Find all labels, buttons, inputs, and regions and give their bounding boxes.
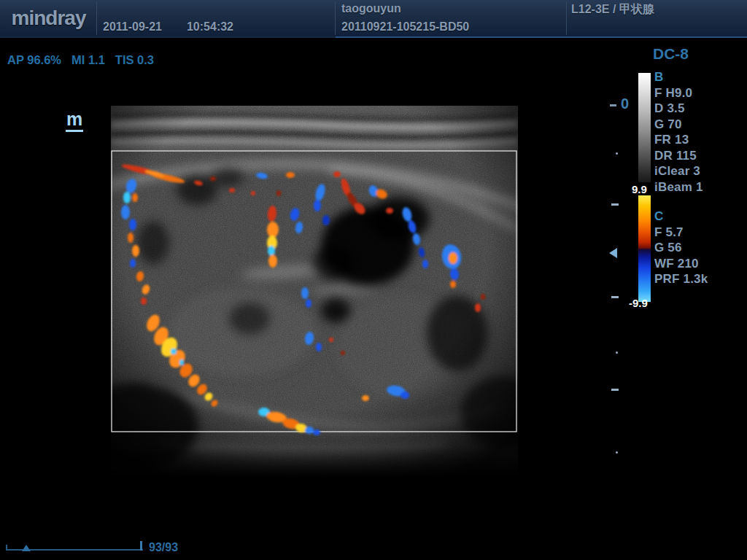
flow-blob: [286, 172, 295, 178]
flow-blob: [210, 176, 216, 181]
top-info-bar: mindray 2011-09-21 10:54:32 taogouyun 20…: [0, 0, 747, 36]
acoustic-status-line: AP 96.6% MI 1.1 TIS 0.3: [7, 53, 154, 67]
flow-blob: [251, 191, 255, 195]
ruler-tick-dash: [611, 203, 619, 206]
ultrasound-screen: mindray 2011-09-21 10:54:32 taogouyun 20…: [0, 0, 747, 560]
b-mode-param-list: F H9.0D 3.5G 70FR 13DR 115iClear 3iBeam …: [654, 85, 703, 195]
datetime-cell: 2011-09-21 10:54:32: [97, 0, 336, 36]
flow-blob: [123, 192, 131, 203]
ultrasound-image: [111, 106, 518, 478]
flow-blob: [314, 200, 321, 211]
cine-frame-counter: 93/93: [149, 541, 178, 554]
tis-value: TIS 0.3: [115, 53, 154, 67]
flow-blob: [322, 215, 330, 225]
orientation-marker: m: [66, 110, 83, 132]
flow-blob: [141, 298, 147, 305]
flow-blob: [229, 188, 235, 192]
flow-blob: [129, 219, 136, 230]
focus-position-arrow[interactable]: [609, 248, 617, 258]
flow-blob: [171, 349, 177, 354]
param-line: G 56: [654, 240, 708, 256]
param-line: D 3.5: [654, 101, 703, 117]
flow-blob: [481, 294, 485, 300]
mi-value: MI 1.1: [71, 53, 105, 67]
param-line: WF 210: [654, 256, 708, 272]
flow-blob: [130, 259, 136, 268]
param-line: DR 115: [654, 148, 703, 164]
flow-blob: [268, 254, 277, 268]
ruler-tick-dash: [611, 389, 619, 391]
ruler-tick-dash: [611, 296, 619, 298]
velocity-max-label: 9.9: [632, 183, 647, 195]
ruler-zero-tick: [610, 104, 616, 106]
flow-blob: [267, 222, 279, 238]
param-line: F 5.7: [654, 225, 708, 241]
topbar-underline-left: [0, 36, 336, 38]
system-model-label: DC-8: [653, 45, 689, 63]
flow-blob: [475, 303, 481, 312]
color-mode-params: C F 5.7G 56WF 210PRF 1.3k: [654, 209, 708, 287]
flow-blob: [128, 233, 133, 243]
grayscale-map-bar: [638, 73, 651, 182]
flow-blob: [276, 190, 281, 196]
color-mode-param-list: F 5.7G 56WF 210PRF 1.3k: [654, 225, 708, 287]
param-line: iBeam 1: [654, 179, 703, 195]
exam-id: 20110921-105215-BD50: [341, 20, 567, 34]
ruler-tick-dot: [616, 351, 618, 354]
ruler-tick-dot: [616, 152, 618, 155]
flow-blob: [305, 427, 314, 434]
patient-cell: taogouyun 20110921-105215-BD50: [336, 0, 567, 36]
flow-blob: [268, 246, 275, 256]
flow-blob: [362, 395, 369, 401]
vignette: [111, 106, 518, 478]
b-mode-label: B: [654, 69, 703, 85]
flow-blob: [132, 193, 138, 202]
flow-blob: [132, 245, 139, 257]
flow-blob: [329, 338, 333, 342]
cine-scrub-handle[interactable]: [22, 545, 31, 551]
flow-blob: [316, 343, 322, 351]
flow-blob: [422, 260, 428, 268]
exam-date: 2011-09-21: [103, 20, 162, 34]
probe-cell: L12-3E / 甲状腺: [567, 0, 747, 36]
ruler-zero-label: 0: [621, 96, 629, 112]
flow-blob: [400, 392, 409, 399]
exam-time: 10:54:32: [187, 20, 233, 34]
doppler-color-map-bar: [638, 195, 651, 302]
param-line: F H9.0: [654, 85, 703, 101]
flow-blob: [121, 205, 130, 219]
brand-logo: mindray: [0, 0, 97, 36]
flow-blob: [179, 359, 184, 365]
patient-name: taogouyun: [341, 2, 567, 15]
flow-blob: [306, 299, 311, 308]
param-line: PRF 1.3k: [654, 271, 708, 287]
flow-blob: [301, 287, 309, 299]
param-line: FR 13: [654, 132, 703, 148]
param-line: G 70: [654, 117, 703, 133]
color-mode-label: C: [654, 209, 708, 225]
bottom-fade: [111, 447, 518, 478]
flow-blob: [341, 351, 345, 355]
flow-blob: [313, 429, 320, 435]
flow-blob: [333, 171, 341, 177]
probe-preset-label: L12-3E / 甲状腺: [571, 3, 654, 15]
topbar-underline-right: [336, 36, 747, 38]
cine-track-end: [140, 541, 142, 551]
param-line: iClear 3: [654, 163, 703, 179]
flow-blob: [450, 281, 456, 288]
flow-blob: [449, 252, 457, 264]
ruler-tick-dot: [616, 451, 618, 454]
flow-blob: [386, 208, 393, 214]
b-mode-params: B F H9.0D 3.5G 70FR 13DR 115iClear 3iBea…: [654, 69, 703, 195]
brand-logo-text: mindray: [12, 7, 86, 30]
acoustic-power-value: AP 96.6%: [7, 53, 61, 67]
velocity-min-label: -9.9: [629, 297, 648, 309]
